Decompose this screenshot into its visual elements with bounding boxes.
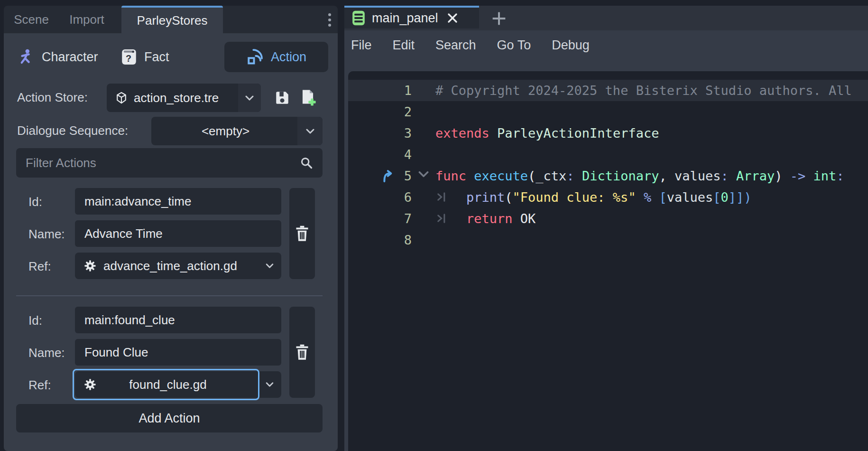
action-store-chevron-zone[interactable] xyxy=(238,84,261,112)
dialogue-sequence-dropdown[interactable]: <empty> xyxy=(151,117,323,145)
entry1-ref-chevron-zone[interactable] xyxy=(258,253,281,279)
action-store-label: Action Store: xyxy=(17,90,88,105)
code-line: 1 # Copyright 2024-2025 the Bisterix Stu… xyxy=(348,80,868,101)
character-icon xyxy=(18,48,34,66)
line-number: 6 xyxy=(370,187,412,208)
entry-divider xyxy=(16,295,323,296)
entry1-name-input[interactable] xyxy=(75,220,281,247)
dialogue-sequence-value: <empty> xyxy=(202,124,249,139)
script-menubar: File Edit Search Go To Debug xyxy=(351,33,590,57)
close-tab-icon[interactable] xyxy=(447,12,458,24)
entry2-ref-label: Ref: xyxy=(28,378,51,393)
tab-indent-marker xyxy=(436,192,448,202)
entry2-ref-value: found_clue.gd xyxy=(129,377,206,392)
subtab-action[interactable]: Action xyxy=(224,42,328,72)
entry2-ref-chevron-zone[interactable] xyxy=(258,371,281,398)
code-line: 2 xyxy=(348,101,868,122)
code-line: 3 extends ParleyActionInterface xyxy=(348,122,868,144)
code-line: 5 func execute(_ctx: Dictionary, values:… xyxy=(348,165,868,187)
parley-dock: Scene Import ParleyStores Character ? Fa… xyxy=(4,6,338,451)
subtab-character[interactable]: Character xyxy=(18,42,98,72)
chevron-down-icon xyxy=(266,263,274,268)
line-number: 5 xyxy=(370,165,412,187)
subtab-fact[interactable]: ? Fact xyxy=(121,42,169,72)
search-icon xyxy=(300,156,313,169)
code-line: 4 xyxy=(348,144,868,165)
dock-menu-icon[interactable] xyxy=(325,12,334,28)
entry2-delete-button[interactable] xyxy=(289,307,315,398)
new-script-icon xyxy=(300,89,316,106)
line-number: 7 xyxy=(370,208,412,229)
line-number: 2 xyxy=(370,101,412,122)
code-line: 6 print("Found clue: %s" % [values[0]]) xyxy=(348,187,868,208)
fold-chevron-icon[interactable] xyxy=(418,171,429,178)
fact-icon: ? xyxy=(121,48,137,66)
script-tab-main-panel[interactable]: main_panel xyxy=(344,6,479,28)
dialogue-chevron-zone[interactable] xyxy=(297,117,323,145)
trash-icon xyxy=(295,344,309,360)
menu-edit[interactable]: Edit xyxy=(393,38,415,53)
subtab-fact-label: Fact xyxy=(144,50,169,65)
resource-cube-icon xyxy=(115,91,128,104)
line-number: 8 xyxy=(370,229,412,251)
action-store-dropdown[interactable]: action_store.tre xyxy=(107,84,261,112)
code-line: 8 xyxy=(348,229,868,251)
script-tab-title: main_panel xyxy=(372,11,438,26)
line-number: 3 xyxy=(370,122,412,144)
entry2-id-label: Id: xyxy=(28,313,42,328)
code-editor[interactable]: 1 # Copyright 2024-2025 the Bisterix Stu… xyxy=(348,71,868,451)
entry1-ref-dropdown[interactable]: advance_time_action.gd xyxy=(75,253,281,279)
entry1-ref-label: Ref: xyxy=(28,259,51,274)
tab-scene[interactable]: Scene xyxy=(9,6,54,33)
script-file-icon xyxy=(352,10,365,26)
entry1-delete-button[interactable] xyxy=(289,188,315,279)
entry1-name-label: Name: xyxy=(28,227,65,242)
chevron-down-icon xyxy=(306,129,314,134)
add-action-button[interactable]: Add Action xyxy=(16,404,323,432)
subtab-character-label: Character xyxy=(42,50,98,65)
entry2-ref-dropdown[interactable]: found_clue.gd xyxy=(75,371,281,398)
trash-icon xyxy=(295,226,309,242)
chevron-down-icon xyxy=(266,382,274,387)
filter-actions-input[interactable] xyxy=(16,149,300,177)
menu-search[interactable]: Search xyxy=(435,38,476,53)
save-icon xyxy=(274,90,290,106)
menu-goto[interactable]: Go To xyxy=(497,38,531,53)
entry2-name-label: Name: xyxy=(28,346,65,360)
entry2-id-input[interactable] xyxy=(75,307,281,333)
entry1-id-input[interactable] xyxy=(75,188,281,215)
line-number: 4 xyxy=(370,144,412,165)
entry2-name-input[interactable] xyxy=(75,339,281,366)
entry1-ref-value: advance_time_action.gd xyxy=(103,259,237,273)
code-line: 7 return OK xyxy=(348,208,868,229)
menu-debug[interactable]: Debug xyxy=(552,38,590,53)
tab-indent-marker xyxy=(436,213,448,224)
action-store-value: action_store.tre xyxy=(134,91,219,105)
line-number: 1 xyxy=(370,80,412,101)
menu-file[interactable]: File xyxy=(351,38,372,53)
dock-tab-bar: Scene Import ParleyStores xyxy=(4,6,338,33)
chevron-down-icon xyxy=(245,95,254,101)
dialogue-sequence-label: Dialogue Sequence: xyxy=(17,123,128,138)
subtab-action-label: Action xyxy=(271,50,306,65)
gear-icon xyxy=(83,378,97,391)
plus-icon xyxy=(491,11,507,26)
gear-icon xyxy=(83,259,97,272)
tab-import[interactable]: Import xyxy=(59,6,115,33)
svg-text:?: ? xyxy=(126,53,131,64)
tab-parleystores[interactable]: ParleyStores xyxy=(121,6,223,33)
new-store-button[interactable] xyxy=(296,85,320,110)
filter-actions-box xyxy=(16,148,323,178)
action-signal-icon xyxy=(246,48,263,66)
entry1-id-label: Id: xyxy=(28,195,42,209)
save-store-button[interactable] xyxy=(270,85,294,110)
new-script-tab-button[interactable] xyxy=(489,9,509,28)
